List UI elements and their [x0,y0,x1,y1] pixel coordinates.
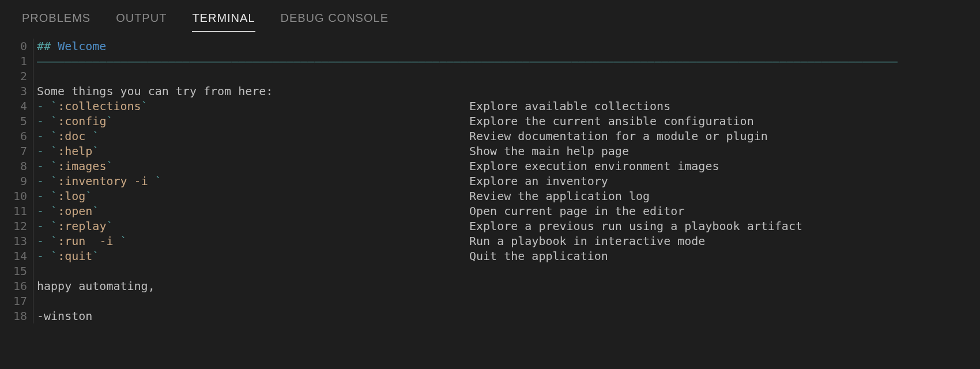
line-number: 9 [6,174,31,189]
line-number: 15 [6,263,31,278]
terminal-line [37,263,898,278]
rule-line: ————————————————————————————————————————… [37,54,898,69]
line-number: 1 [6,54,31,69]
line-number: 18 [6,308,31,323]
command-line: - `:images`Explore execution environment… [37,159,898,174]
line-number: 0 [6,39,31,54]
command-line: - `:doc `Review documentation for a modu… [37,129,898,144]
line-number-gutter: 0123456789101112131415161718 [6,39,33,323]
line-number: 13 [6,234,31,248]
tab-problems[interactable]: PROBLEMS [22,10,91,32]
terminal-line [37,293,898,308]
line-number: 2 [6,69,31,84]
line-number: 5 [6,114,31,129]
terminal-line [37,69,898,84]
tab-debug-console[interactable]: DEBUG CONSOLE [281,10,389,32]
line-number: 12 [6,219,31,234]
command-line: - `:run -i `Run a playbook in interactiv… [37,234,898,248]
tab-terminal[interactable]: TERMINAL [192,10,255,32]
command-line: - `:config`Explore the current ansible c… [37,114,898,129]
command-line: - `:open`Open current page in the editor [37,204,898,219]
line-number: 8 [6,159,31,174]
tab-output[interactable]: OUTPUT [116,10,167,32]
command-line: - `:log`Review the application log [37,189,898,204]
intro-line: Some things you can try from here: [37,84,898,99]
signature-line: -winston [37,308,898,323]
line-number: 7 [6,144,31,159]
command-line: - `:replay`Explore a previous run using … [37,219,898,234]
line-number: 14 [6,248,31,263]
command-line: - `:collections`Explore available collec… [37,99,898,114]
welcome-header: ## Welcome [37,39,898,54]
line-number: 10 [6,189,31,204]
panel-tabs: PROBLEMS OUTPUT TERMINAL DEBUG CONSOLE [0,0,980,39]
outro-line: happy automating, [37,278,898,293]
terminal-content: ## Welcome——————————————————————————————… [33,39,898,323]
command-line: - `:help`Show the main help page [37,144,898,159]
line-number: 17 [6,293,31,308]
command-line: - `:quit`Quit the application [37,248,898,263]
line-number: 6 [6,129,31,144]
line-number: 11 [6,204,31,219]
line-number: 16 [6,278,31,293]
command-line: - `:inventory -i `Explore an inventory [37,174,898,189]
terminal-output[interactable]: 0123456789101112131415161718 ## Welcome—… [0,39,980,323]
line-number: 3 [6,84,31,99]
line-number: 4 [6,99,31,114]
